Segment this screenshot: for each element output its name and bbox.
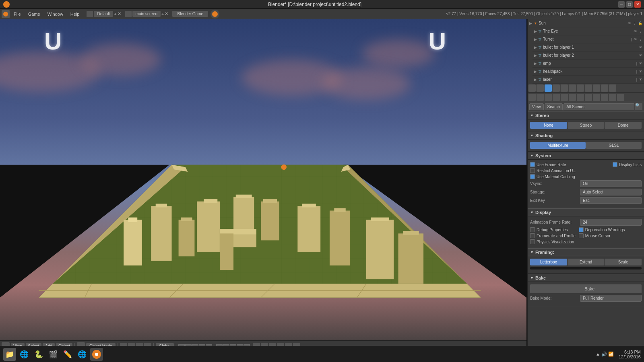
prop-btn-r4[interactable] bbox=[553, 94, 560, 101]
use-frame-rate-label: Use Frame Rate bbox=[537, 162, 566, 167]
stereo-stereo-btn[interactable]: Stereo bbox=[568, 122, 605, 129]
stereo-section-header[interactable]: ▼ Stereo bbox=[528, 111, 644, 119]
close-button[interactable]: ✕ bbox=[634, 1, 641, 8]
prop-btn-r6[interactable] bbox=[569, 94, 576, 101]
screen-icon bbox=[125, 11, 132, 17]
titlebar-icon bbox=[3, 1, 10, 8]
display-section-header[interactable]: ▼ Display bbox=[528, 208, 644, 216]
stereo-dome-btn[interactable]: Dome bbox=[605, 122, 642, 129]
engine-dropdown[interactable]: Blender Game bbox=[172, 11, 208, 17]
bake-mode-dropdown[interactable]: Full Render bbox=[580, 295, 642, 302]
framing-letterbox-btn[interactable]: Letterbox bbox=[530, 259, 567, 265]
shading-multitexture-btn[interactable]: Multitexture bbox=[530, 142, 586, 149]
shading-section-header[interactable]: ▼ Shading bbox=[528, 132, 644, 140]
framing-section-header[interactable]: ▼ Framing: bbox=[528, 248, 644, 256]
screen-add[interactable]: + bbox=[161, 12, 164, 16]
taskbar-folder[interactable]: 📁 bbox=[3, 348, 16, 361]
layout-dropdown[interactable]: Default bbox=[94, 11, 113, 17]
prop-btn-r1[interactable] bbox=[528, 94, 536, 101]
prop-btn-icon-9[interactable] bbox=[593, 84, 600, 92]
physics-viz-label: Physics Visualization bbox=[537, 240, 574, 244]
prop-btn-r12[interactable] bbox=[617, 94, 624, 101]
layout-remove[interactable]: ✕ bbox=[118, 11, 121, 16]
prop-btn-icon-2[interactable] bbox=[537, 84, 544, 92]
debug-properties-checkbox[interactable] bbox=[530, 227, 535, 232]
prop-btn-icon-5[interactable] bbox=[561, 84, 568, 92]
prop-btn-icon-7[interactable] bbox=[577, 84, 584, 92]
prop-btn-r3[interactable] bbox=[545, 94, 552, 101]
layout-add[interactable]: + bbox=[114, 12, 116, 16]
prop-toolbar-2 bbox=[528, 93, 644, 102]
outliner-item-turret[interactable]: ▶ ▽ Turret | 👁 ⋮ bbox=[533, 35, 644, 43]
shading-glsl-btn[interactable]: GLSL bbox=[586, 142, 642, 149]
prop-btn-r10[interactable] bbox=[601, 94, 608, 101]
screen-remove[interactable]: ✕ bbox=[165, 11, 168, 16]
prop-btn-r8[interactable] bbox=[585, 94, 592, 101]
mouse-cursor-checkbox[interactable] bbox=[579, 233, 584, 238]
all-scenes-dropdown[interactable]: All Scenes bbox=[564, 103, 634, 110]
prop-btn-r7[interactable] bbox=[577, 94, 584, 101]
outliner-item-laser[interactable]: ▶ ▽ laser | 👁 bbox=[533, 76, 644, 84]
svg-rect-35 bbox=[398, 233, 424, 284]
stereo-none-btn[interactable]: None bbox=[530, 122, 567, 129]
framing-extend-btn[interactable]: Extend bbox=[568, 259, 605, 265]
viewport-3d[interactable]: U U bbox=[0, 19, 527, 352]
prop-btn-r9[interactable] bbox=[593, 94, 600, 101]
deprecation-warnings-checkbox[interactable] bbox=[579, 227, 584, 232]
maximize-button[interactable]: □ bbox=[626, 1, 633, 8]
animation-frame-rate-value[interactable]: 24 bbox=[580, 219, 642, 226]
bake-button[interactable]: Bake bbox=[530, 284, 642, 293]
use-material-caching-checkbox[interactable] bbox=[530, 174, 535, 179]
svg-rect-29 bbox=[297, 206, 320, 252]
main-area: U U bbox=[0, 19, 644, 352]
framerate-profile-checkbox[interactable] bbox=[530, 233, 535, 238]
taskbar-blender[interactable] bbox=[90, 348, 103, 361]
svg-rect-31 bbox=[330, 211, 350, 265]
outliner-item-sun[interactable]: ▶ ☀ Sun 👁 ⋮ 🔒 bbox=[528, 19, 644, 27]
menu-file[interactable]: File bbox=[10, 11, 24, 17]
bake-section-header[interactable]: ▼ Bake bbox=[528, 274, 644, 282]
menu-game[interactable]: Game bbox=[25, 11, 43, 17]
exit-key-value[interactable]: Esc bbox=[580, 197, 642, 204]
restrict-anim-checkbox[interactable] bbox=[530, 168, 535, 173]
restrict-anim-row: Restrict Animation U... bbox=[530, 168, 642, 173]
search-icon[interactable]: 🔍 bbox=[635, 103, 642, 110]
svg-rect-27 bbox=[261, 202, 279, 241]
outliner-item-healthpack[interactable]: ▶ ▽ healthpack | 👁 bbox=[533, 68, 644, 76]
taskbar-python[interactable]: 🐍 bbox=[32, 348, 45, 361]
view-button-prop[interactable]: View bbox=[529, 103, 544, 110]
physics-viz-checkbox[interactable] bbox=[530, 239, 535, 244]
prop-btn-icon-6[interactable] bbox=[569, 84, 576, 92]
framing-scale-btn[interactable]: Scale bbox=[605, 259, 642, 265]
search-button[interactable]: Search bbox=[545, 103, 563, 110]
menu-window[interactable]: Window bbox=[44, 11, 66, 17]
taskbar-chrome[interactable]: 🌐 bbox=[18, 348, 31, 361]
outliner-item-the-eye[interactable]: ▶ ▽ The Eye 👁 ⋮ bbox=[533, 27, 644, 35]
prop-btn-icon-1[interactable] bbox=[528, 84, 536, 92]
prop-btn-icon-11[interactable] bbox=[609, 84, 616, 92]
vsync-dropdown[interactable]: On bbox=[580, 180, 642, 187]
layout-icon[interactable] bbox=[87, 11, 93, 17]
prop-btn-r2[interactable] bbox=[537, 94, 544, 101]
system-section-header[interactable]: ▼ System bbox=[528, 152, 644, 160]
display-content: Animation Frame Rate: 24 Debug Propertie… bbox=[528, 216, 644, 248]
menu-help[interactable]: Help bbox=[67, 11, 83, 17]
prop-btn-icon-3[interactable] bbox=[545, 84, 552, 92]
prop-btn-r5[interactable] bbox=[561, 94, 568, 101]
prop-btn-icon-10[interactable] bbox=[601, 84, 608, 92]
prop-btn-r11[interactable] bbox=[609, 94, 616, 101]
outliner-item-bullet1[interactable]: ▶ ▽ bullet for player 1 👁 bbox=[533, 43, 644, 51]
taskbar-edit[interactable]: ✏️ bbox=[61, 348, 74, 361]
storage-dropdown[interactable]: Auto Select bbox=[580, 189, 642, 195]
minimize-button[interactable]: ─ bbox=[618, 1, 625, 8]
outliner-item-emp[interactable]: ▶ ▽ emp | 👁 bbox=[533, 60, 644, 68]
blender-icon[interactable] bbox=[2, 10, 10, 18]
display-lists-checkbox[interactable] bbox=[613, 162, 617, 167]
prop-btn-icon-4[interactable] bbox=[553, 84, 560, 92]
taskbar-chrome2[interactable]: 🌐 bbox=[76, 348, 89, 361]
screen-dropdown[interactable]: main screen bbox=[132, 11, 161, 17]
use-frame-rate-checkbox[interactable] bbox=[530, 162, 535, 167]
outliner-item-bullet2[interactable]: ▶ ▽ bullet for player 2 👁 bbox=[533, 51, 644, 60]
prop-btn-icon-8[interactable] bbox=[585, 84, 592, 92]
taskbar-media[interactable]: 🎬 bbox=[47, 348, 60, 361]
